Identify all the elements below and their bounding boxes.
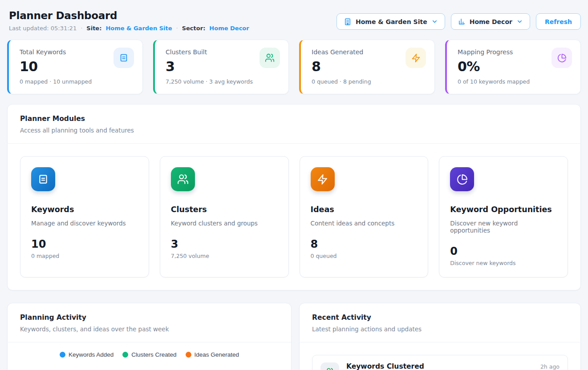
activity-chart: Keywords Added Clusters Created Ideas Ge… <box>8 351 291 370</box>
module-value: 10 <box>31 238 138 250</box>
module-sub: 0 mapped <box>31 253 138 259</box>
module-title: Ideas <box>311 205 418 214</box>
last-updated: Last updated: 05:31:21 <box>9 25 77 32</box>
sector-link[interactable]: Home Decor <box>209 25 249 32</box>
refresh-button[interactable]: Refresh <box>536 13 581 30</box>
modules-grid: Keywords Manage and discover keywords 10… <box>8 144 580 290</box>
lightning-icon <box>311 167 335 191</box>
chevron-down-icon <box>431 18 438 25</box>
legend-dot-icon <box>186 352 191 358</box>
module-description: Content ideas and concepts <box>311 220 418 227</box>
meta-separator: · <box>176 25 178 32</box>
legend-dot-icon <box>60 352 65 358</box>
header-controls: Home & Garden Site Home Decor Refresh <box>337 13 581 30</box>
lightning-icon <box>406 48 426 68</box>
document-icon <box>114 48 134 68</box>
recent-activity-header: Recent Activity Latest planning actions … <box>300 303 580 342</box>
planner-dashboard-page: Planner Dashboard Last updated: 05:31:21… <box>0 0 588 370</box>
module-title: Keywords <box>31 205 138 214</box>
activity-list: Keywords Clustered 2h ago 3 new clusters… <box>300 342 580 370</box>
stat-sub: 0 of 10 keywords mapped <box>458 78 571 85</box>
pie-chart-icon <box>552 48 572 68</box>
module-value: 8 <box>311 238 418 250</box>
bar-chart-icon <box>458 18 466 25</box>
site-label: Site: <box>86 25 101 32</box>
section-title: Recent Activity <box>312 314 568 322</box>
module-card-ideas[interactable]: Ideas Content ideas and concepts 8 0 que… <box>300 156 429 278</box>
section-title: Planner Modules <box>20 115 568 123</box>
document-icon <box>31 167 55 191</box>
module-title: Clusters <box>171 205 278 214</box>
stat-card-clusters-built: Clusters Built 3 7,250 volume · 3 avg ke… <box>153 40 289 94</box>
building-icon <box>344 18 352 26</box>
module-sub: Discover new keywords <box>450 260 557 266</box>
legend-label: Ideas Generated <box>195 351 239 358</box>
module-card-keyword-opportunities[interactable]: Keyword Opportunities Discover new keywo… <box>439 156 568 278</box>
module-description: Manage and discover keywords <box>31 220 138 227</box>
stat-card-ideas-generated: Ideas Generated 8 0 queued · 8 pending <box>299 40 435 94</box>
legend-item-clusters-created: Clusters Created <box>122 351 176 358</box>
bottom-row: Planning Activity Keywords, clusters, an… <box>7 303 581 370</box>
module-description: Keyword clusters and groups <box>171 220 278 227</box>
module-card-clusters[interactable]: Clusters Keyword clusters and groups 3 7… <box>160 156 289 278</box>
site-link[interactable]: Home & Garden Site <box>105 25 172 32</box>
module-value: 3 <box>171 238 278 250</box>
site-selector-dropdown[interactable]: Home & Garden Site <box>337 13 445 30</box>
planner-modules-panel: Planner Modules Access all planning tool… <box>7 104 581 290</box>
module-sub: 7,250 volume <box>171 253 278 259</box>
section-subtitle: Latest planning actions and updates <box>312 326 568 333</box>
stats-row: Total Keywords 10 0 mapped · 10 unmapped… <box>7 40 581 94</box>
activity-item-title: Keywords Clustered <box>346 362 424 370</box>
users-icon <box>260 48 280 68</box>
activity-list-item: Keywords Clustered 2h ago 3 new clusters… <box>312 355 568 370</box>
stat-card-total-keywords: Total Keywords 10 0 mapped · 10 unmapped <box>7 40 143 94</box>
chevron-down-icon <box>516 18 523 25</box>
activity-item-time: 2h ago <box>540 363 560 370</box>
pie-chart-icon <box>450 167 474 191</box>
users-icon <box>320 362 339 370</box>
stat-sub: 0 queued · 8 pending <box>312 78 425 85</box>
module-sub: 0 queued <box>311 253 418 259</box>
sector-label: Sector: <box>182 25 206 32</box>
section-title: Planning Activity <box>20 314 279 322</box>
chart-legend: Keywords Added Clusters Created Ideas Ge… <box>8 351 291 358</box>
sector-selector-label: Home Decor <box>470 18 512 25</box>
planning-activity-header: Planning Activity Keywords, clusters, an… <box>8 303 291 342</box>
module-value: 0 <box>450 245 557 257</box>
section-subtitle: Keywords, clusters, and ideas over the p… <box>20 326 279 333</box>
sector-selector-dropdown[interactable]: Home Decor <box>451 13 530 30</box>
stat-card-mapping-progress: Mapping Progress 0% 0 of 10 keywords map… <box>445 40 581 94</box>
section-subtitle: Access all planning tools and features <box>20 127 568 134</box>
legend-item-keywords-added: Keywords Added <box>60 351 114 358</box>
legend-label: Keywords Added <box>69 351 114 358</box>
legend-label: Clusters Created <box>131 351 176 358</box>
site-selector-label: Home & Garden Site <box>356 18 427 25</box>
recent-activity-panel: Recent Activity Latest planning actions … <box>299 303 581 370</box>
legend-item-ideas-generated: Ideas Generated <box>186 351 239 358</box>
module-card-keywords[interactable]: Keywords Manage and discover keywords 10… <box>20 156 149 278</box>
meta-separator: · <box>81 25 82 32</box>
page-header: Planner Dashboard Last updated: 05:31:21… <box>7 7 581 33</box>
planning-activity-panel: Planning Activity Keywords, clusters, an… <box>7 303 292 370</box>
module-description: Discover new keyword opportunities <box>450 220 557 234</box>
stat-sub: 0 mapped · 10 unmapped <box>20 78 133 85</box>
planner-modules-header: Planner Modules Access all planning tool… <box>8 105 580 144</box>
legend-dot-icon <box>122 352 128 358</box>
stat-sub: 7,250 volume · 3 avg keywords <box>166 78 279 85</box>
activity-item-body: Keywords Clustered 2h ago 3 new clusters… <box>346 362 560 370</box>
users-icon <box>171 167 195 191</box>
module-title: Keyword Opportunities <box>450 205 557 214</box>
